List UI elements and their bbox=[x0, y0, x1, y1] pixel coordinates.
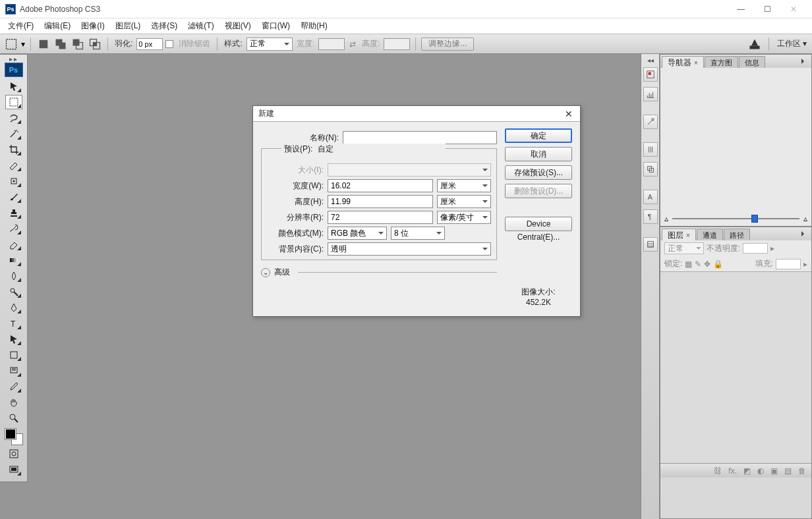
histogram-icon[interactable] bbox=[643, 87, 658, 101]
brushes-panel-icon[interactable] bbox=[643, 142, 658, 157]
crop-tool[interactable] bbox=[5, 142, 22, 157]
foreground-color[interactable] bbox=[5, 429, 16, 439]
tab-paths[interactable]: 路径 bbox=[724, 229, 750, 240]
history-brush-tool[interactable] bbox=[5, 221, 22, 236]
screenmode-tool[interactable] bbox=[5, 462, 22, 477]
selmode-intersect-icon[interactable] bbox=[88, 37, 102, 51]
gradient-tool[interactable] bbox=[5, 253, 22, 267]
menu-select[interactable]: 选择(S) bbox=[146, 19, 183, 33]
eraser-tool[interactable] bbox=[5, 237, 22, 252]
selmode-new-icon[interactable] bbox=[36, 37, 51, 51]
fill-flyout-icon[interactable]: ▸ bbox=[803, 260, 807, 269]
layercomps-icon[interactable] bbox=[643, 237, 658, 252]
selmode-add-icon[interactable] bbox=[53, 37, 68, 51]
fx-icon[interactable]: fx. bbox=[728, 466, 737, 476]
menu-view[interactable]: 视图(V) bbox=[219, 19, 256, 33]
ok-button[interactable]: 确定 bbox=[505, 128, 572, 143]
zoom-out-icon[interactable]: ▵ bbox=[664, 214, 668, 223]
swap-wh-icon[interactable]: ⇄ bbox=[347, 39, 358, 49]
refine-edge-button[interactable]: 调整边缘... bbox=[421, 38, 474, 51]
lock-move-icon[interactable]: ✥ bbox=[704, 260, 710, 269]
trash-icon[interactable]: 🗑 bbox=[798, 466, 806, 476]
bitdepth-select[interactable]: 8 位 bbox=[391, 227, 445, 240]
dock-grab-icon[interactable]: ◂◂ bbox=[647, 57, 654, 64]
opacity-input[interactable] bbox=[743, 243, 768, 254]
stamp-tool[interactable] bbox=[5, 205, 22, 220]
height-unit-select[interactable]: 厘米 bbox=[437, 195, 491, 208]
dodge-tool[interactable] bbox=[5, 285, 22, 299]
menu-image[interactable]: 图像(I) bbox=[76, 19, 109, 33]
style-select[interactable]: 正常 bbox=[246, 38, 293, 51]
colormode-select[interactable]: RGB 颜色 bbox=[328, 227, 387, 240]
tab-info[interactable]: 信息 bbox=[739, 56, 765, 68]
lock-trans-icon[interactable]: ▦ bbox=[685, 260, 692, 269]
cancel-button[interactable]: 取消 bbox=[505, 147, 572, 161]
eyedropper-tool[interactable] bbox=[5, 379, 22, 394]
background-select[interactable]: 透明 bbox=[328, 242, 491, 256]
name-input[interactable] bbox=[343, 131, 497, 144]
menu-file[interactable]: 文件(F) bbox=[3, 19, 39, 33]
heal-tool[interactable] bbox=[5, 174, 22, 188]
resolution-unit-select[interactable]: 像素/英寸 bbox=[437, 211, 491, 224]
width-input[interactable] bbox=[328, 179, 433, 192]
zoom-slider[interactable]: ▵ ▵ bbox=[664, 214, 807, 223]
notes-tool[interactable] bbox=[5, 364, 22, 378]
marquee-tool[interactable] bbox=[5, 95, 22, 109]
brush-tool[interactable] bbox=[5, 190, 22, 204]
tab-navigator[interactable]: 导航器× bbox=[662, 56, 704, 68]
slice-tool[interactable] bbox=[5, 158, 22, 173]
new-layer-icon[interactable]: ▤ bbox=[784, 466, 792, 476]
brushes-icon[interactable] bbox=[747, 37, 762, 51]
panel-menu-icon[interactable] bbox=[799, 230, 809, 238]
maximize-button[interactable]: ☐ bbox=[754, 0, 780, 18]
menu-help[interactable]: 帮助(H) bbox=[295, 19, 333, 33]
mask-icon[interactable]: ◩ bbox=[743, 466, 751, 476]
marquee-tool-icon[interactable] bbox=[4, 37, 18, 51]
close-tab-icon[interactable]: × bbox=[694, 59, 698, 67]
height-input[interactable] bbox=[328, 195, 433, 208]
minimize-button[interactable]: — bbox=[728, 0, 754, 18]
quickmask-tool[interactable] bbox=[5, 447, 22, 461]
hand-tool[interactable] bbox=[5, 395, 22, 410]
blend-mode-select[interactable]: 正常 bbox=[664, 242, 704, 254]
clone-icon[interactable] bbox=[643, 162, 658, 177]
link-icon[interactable]: ⛓ bbox=[714, 466, 722, 476]
close-tab-icon[interactable]: × bbox=[686, 232, 690, 239]
adjust-icon[interactable]: ◐ bbox=[757, 466, 764, 476]
antialias-checkbox[interactable] bbox=[165, 40, 173, 48]
menu-edit[interactable]: 编辑(E) bbox=[39, 19, 76, 33]
type-tool[interactable]: T bbox=[5, 316, 22, 331]
close-button[interactable]: ✕ bbox=[780, 0, 807, 18]
zoom-in-icon[interactable]: ▵ bbox=[803, 214, 807, 223]
tab-layers[interactable]: 图层× bbox=[662, 229, 696, 240]
preset-select[interactable]: 自定 bbox=[318, 144, 443, 155]
shape-tool[interactable] bbox=[5, 348, 22, 362]
device-central-button[interactable]: Device Central(E)... bbox=[505, 217, 572, 231]
wand-tool[interactable] bbox=[5, 126, 22, 141]
color-swatches[interactable] bbox=[4, 427, 24, 446]
lasso-tool[interactable] bbox=[5, 111, 22, 125]
dialog-close-button[interactable]: ✕ bbox=[563, 108, 575, 120]
workspace-button[interactable]: 工作区 ▾ bbox=[776, 38, 808, 49]
tab-histogram[interactable]: 直方图 bbox=[705, 56, 738, 68]
ps-badge-icon[interactable]: Ps bbox=[5, 63, 23, 77]
panel-menu-icon[interactable] bbox=[799, 57, 809, 65]
layers-list[interactable] bbox=[660, 271, 811, 463]
dropdown-icon[interactable]: ▾ bbox=[21, 40, 25, 49]
blur-tool[interactable] bbox=[5, 269, 22, 283]
folder-icon[interactable]: ▣ bbox=[770, 466, 778, 476]
pen-tool[interactable] bbox=[5, 300, 22, 315]
menu-filter[interactable]: 滤镜(T) bbox=[183, 19, 219, 33]
navigator-icon[interactable] bbox=[643, 67, 658, 82]
paragraph-icon[interactable]: ¶ bbox=[643, 209, 658, 224]
width-unit-select[interactable]: 厘米 bbox=[437, 179, 491, 192]
tab-channels[interactable]: 通道 bbox=[697, 229, 723, 240]
zoom-thumb[interactable] bbox=[751, 215, 758, 223]
opacity-flyout-icon[interactable]: ▸ bbox=[770, 244, 774, 253]
selmode-subtract-icon[interactable] bbox=[71, 37, 85, 51]
tools-icon[interactable] bbox=[643, 115, 658, 129]
move-tool[interactable] bbox=[5, 79, 22, 94]
character-icon[interactable]: A bbox=[643, 190, 658, 204]
fill-input[interactable] bbox=[776, 259, 801, 269]
menu-layer[interactable]: 图层(L) bbox=[110, 19, 146, 33]
